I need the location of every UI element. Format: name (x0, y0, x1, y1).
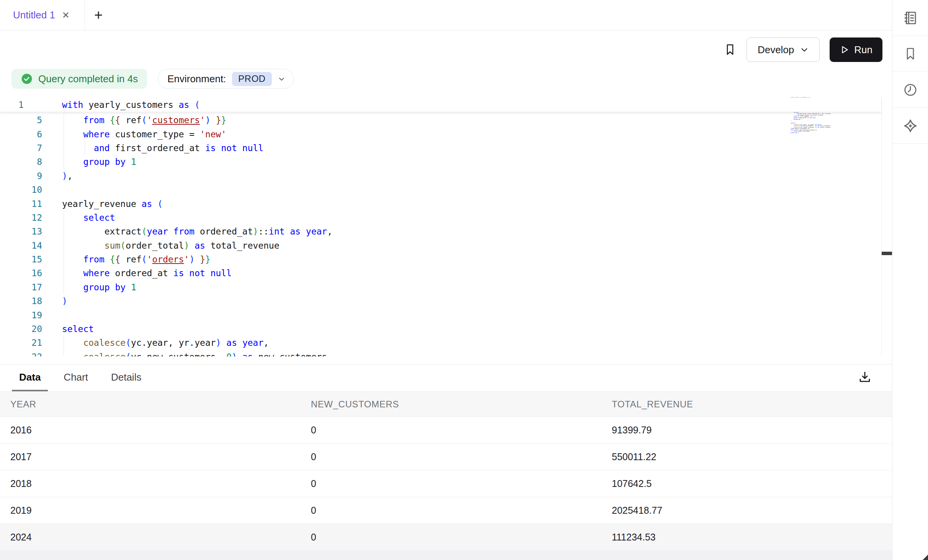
environment-value-badge: PROD (232, 72, 271, 86)
rail-notebook-button[interactable] (892, 0, 928, 36)
chevron-down-icon (800, 46, 809, 54)
line-number: 17 (0, 282, 42, 292)
line-number: 6 (0, 129, 42, 139)
table-row: 2016091399.79 (0, 417, 892, 444)
line-number: 15 (0, 254, 42, 264)
table-cell: 0 (301, 451, 601, 462)
rail-canvas-button[interactable] (892, 108, 928, 144)
code-line[interactable]: 7 and first_ordered_at is not null (0, 141, 892, 155)
column-header: YEAR (0, 399, 301, 410)
query-status-text: Query completed in 4s (38, 73, 138, 85)
line-number: 18 (0, 296, 42, 306)
table-cell: 550011.22 (601, 451, 892, 462)
indent-guide (64, 336, 64, 357)
code-line[interactable]: 12 select (0, 211, 892, 225)
table-cell: 2018 (0, 478, 301, 489)
tab-untitled-1[interactable]: Untitled 1 ✕ (0, 0, 85, 30)
table-cell: 2024 (0, 532, 301, 543)
sticky-scroll-line[interactable]: 1with yearly_customers as ( (0, 98, 881, 112)
bookmark-icon (903, 47, 918, 61)
canvas-star-icon (902, 118, 918, 134)
line-number: 9 (0, 171, 42, 181)
code-line[interactable]: 17 group by 1 (0, 280, 892, 294)
history-icon (903, 82, 918, 98)
code-line[interactable]: 6 where customer_type = 'new' (0, 127, 892, 141)
minimap[interactable]: with yearly_customers as ( select extrac… (791, 97, 848, 311)
line-number: 14 (0, 241, 42, 251)
code-line[interactable]: 15 from {{ ref('orders') }} (0, 252, 892, 266)
editor-scrollbar-track[interactable] (881, 96, 892, 357)
line-number: 8 (0, 157, 42, 167)
play-icon (840, 45, 850, 55)
develop-dropdown[interactable]: Develop (747, 37, 820, 62)
tab-data-label: Data (19, 371, 41, 383)
toolbar: Develop Run (0, 31, 892, 69)
right-icon-rail (892, 0, 928, 560)
tab-details[interactable]: Details (104, 365, 149, 391)
bookmark-icon (724, 43, 737, 56)
table-row: 20180107642.5 (0, 470, 892, 497)
code-line[interactable]: 20select (0, 322, 892, 336)
run-label: Run (854, 44, 872, 56)
indent-guide (85, 141, 85, 155)
code-line[interactable]: 22 coalesce(yc.new_customers, 0) as new_… (0, 350, 892, 357)
code-line[interactable]: 14 sum(order_total) as total_revenue (0, 239, 892, 252)
tab-chart[interactable]: Chart (56, 365, 95, 391)
table-cell: 111234.53 (601, 532, 892, 543)
code-line[interactable]: 5 from {{ ref('customers') }} (0, 113, 892, 127)
run-button[interactable]: Run (830, 37, 882, 62)
tab-chart-label: Chart (64, 371, 88, 383)
table-cell: 0 (301, 478, 601, 489)
line-number: 20 (0, 324, 42, 334)
code-line[interactable]: 8 group by 1 (0, 155, 892, 169)
results-table-body: 2016091399.7920170550011.2220180107642.5… (0, 417, 892, 551)
sql-ide-app: Untitled 1 ✕ + Develop (0, 0, 928, 560)
new-tab-button[interactable]: + (85, 0, 112, 30)
code-line[interactable]: 18) (0, 294, 892, 308)
tab-label: Untitled 1 (13, 9, 55, 21)
code-area[interactable]: 5 from {{ ref('customers') }}6 where cus… (0, 113, 892, 357)
download-icon (858, 370, 872, 384)
chevron-down-icon (278, 75, 285, 83)
tab-data[interactable]: Data (12, 365, 48, 391)
table-cell: 0 (301, 505, 601, 516)
resize-grip[interactable] (923, 555, 928, 560)
code-line[interactable]: 21 coalesce(yc.year, yr.year) as year, (0, 336, 892, 350)
code-line[interactable]: 16 where ordered_at is not null (0, 266, 892, 280)
code-line[interactable]: 11yearly_revenue as ( (0, 197, 892, 210)
download-results-button[interactable] (858, 370, 872, 384)
close-icon[interactable]: ✕ (60, 9, 71, 21)
column-header: NEW_CUSTOMERS (301, 399, 601, 410)
sql-editor[interactable]: 5 from {{ ref('customers') }}6 where cus… (0, 96, 892, 357)
indent-guide (64, 210, 64, 294)
tab-details-label: Details (111, 371, 141, 383)
code-line[interactable]: 9), (0, 169, 892, 183)
notebook-icon (902, 10, 918, 26)
code-line[interactable]: 13 extract(year from ordered_at)::int as… (0, 225, 892, 238)
horizontal-scrollbar-track[interactable] (0, 551, 892, 560)
rail-spacer (892, 144, 928, 560)
rail-history-button[interactable] (892, 72, 928, 108)
editor-scrollbar-thumb[interactable] (882, 252, 892, 255)
code-line[interactable]: 19 (0, 308, 892, 322)
table-cell: 0 (301, 425, 601, 436)
environment-label: Environment: (167, 73, 226, 85)
environment-select[interactable]: Environment: PROD (158, 69, 294, 89)
table-row: 20170550011.22 (0, 444, 892, 470)
code-line[interactable]: 10 (0, 183, 892, 197)
line-number: 19 (0, 310, 42, 320)
results-panel: Data Chart Details YEARNEW_CUSTOMERSTOTA… (0, 364, 892, 560)
results-table-header: YEARNEW_CUSTOMERSTOTAL_REVENUE (0, 392, 892, 417)
table-row: 20240111234.53 (0, 524, 892, 551)
line-number: 1 (0, 100, 42, 110)
plus-icon: + (94, 7, 103, 23)
table-cell: 2019 (0, 505, 301, 516)
bookmark-button[interactable] (724, 43, 737, 56)
line-number: 22 (0, 352, 42, 357)
rail-bookmark-button[interactable] (892, 36, 928, 72)
table-cell: 2025418.77 (601, 505, 892, 516)
table-cell: 0 (301, 532, 601, 543)
main-column: Untitled 1 ✕ + Develop (0, 0, 892, 560)
table-row: 201902025418.77 (0, 497, 892, 524)
line-number: 16 (0, 268, 42, 278)
